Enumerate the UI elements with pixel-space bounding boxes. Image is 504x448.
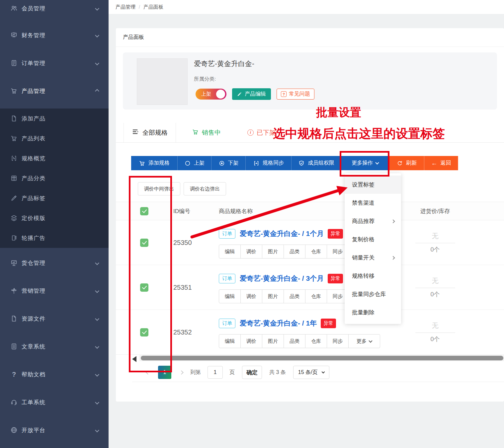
- breadcrumb-bar: 产品管理 / 产品面板: [109, 0, 504, 14]
- chevron-down-icon: [375, 161, 379, 164]
- product-category-label: 所属分类:: [194, 76, 216, 83]
- row-checkbox[interactable]: [140, 328, 148, 336]
- chevron-down-icon: [95, 344, 99, 349]
- row-action-category[interactable]: 品类: [284, 289, 305, 303]
- back-button[interactable]: ← 返回: [424, 156, 458, 170]
- horizontal-scrollbar[interactable]: [139, 355, 504, 361]
- total-count-label: 共 3 条: [269, 369, 286, 376]
- row-action-warehouse[interactable]: 仓库: [305, 334, 327, 348]
- product-spec-link[interactable]: 爱奇艺-黄金升白金- / 1个月: [240, 229, 324, 238]
- on-shelf-toggle[interactable]: 上架: [196, 89, 226, 100]
- tab-all-specs[interactable]: 全部规格: [124, 123, 176, 142]
- adjust-buttons-row: 调价中间弹出 调价右边弹出: [138, 182, 226, 195]
- sidebar-item-product-tag[interactable]: 产品标签: [0, 188, 109, 208]
- sidebar-item-order-management[interactable]: 订单管理: [0, 55, 109, 71]
- row-action-warehouse[interactable]: 仓库: [305, 289, 327, 303]
- row-checkbox[interactable]: [140, 239, 148, 247]
- row-action-adjust-price[interactable]: 调价: [240, 289, 262, 303]
- warehouse-icon: [10, 259, 18, 267]
- menu-item-batch-delete[interactable]: 批量删除: [345, 303, 401, 322]
- sidebar-item-ticket-system[interactable]: 工单系统: [0, 394, 109, 411]
- sidebar-item-label: 规格概览: [22, 155, 45, 162]
- confirm-page-button[interactable]: 确定: [242, 366, 262, 379]
- sidebar-item-label: 产品标签: [22, 194, 45, 202]
- sidebar-item-help-docs[interactable]: ? 帮助文档: [0, 366, 109, 383]
- page-unit-label: 页: [229, 369, 235, 376]
- breadcrumb-item-product-management[interactable]: 产品管理: [116, 4, 135, 10]
- row-action-image[interactable]: 图片: [262, 334, 284, 348]
- row-action-category[interactable]: 品类: [284, 334, 305, 348]
- sidebar-item-resource-files[interactable]: 资源文件: [0, 310, 109, 327]
- select-all-checkbox[interactable]: [140, 207, 148, 215]
- prev-page-icon[interactable]: [146, 370, 150, 375]
- scroll-left-arrow[interactable]: [132, 356, 136, 362]
- row-checkbox[interactable]: [140, 283, 148, 292]
- next-page-icon[interactable]: [179, 370, 184, 375]
- row-action-image[interactable]: 图片: [262, 245, 284, 259]
- brush-icon: [10, 194, 18, 202]
- sidebar-item-add-product[interactable]: 添加产品: [0, 109, 109, 128]
- sidebar-item-pricing-template[interactable]: 定价模版: [0, 208, 109, 228]
- current-page-button[interactable]: 1: [158, 366, 171, 379]
- off-shelf-button[interactable]: 下架: [211, 156, 246, 170]
- row-action-sync[interactable]: 同步: [327, 334, 349, 348]
- faq-button[interactable]: ? 常见问题: [277, 89, 314, 100]
- add-spec-button[interactable]: 添加规格: [131, 156, 178, 170]
- sidebar-item-warehouse-management[interactable]: 货仓管理: [0, 255, 109, 271]
- row-action-adjust-price[interactable]: 调价: [240, 245, 262, 259]
- menu-item-set-tag[interactable]: 设置标签: [345, 176, 401, 194]
- order-tag[interactable]: 订单: [219, 319, 235, 328]
- tab-on-sale[interactable]: 销售中: [183, 123, 229, 142]
- menu-item-spec-transfer[interactable]: 规格转移: [345, 267, 401, 285]
- scrollbar-thumb[interactable]: [141, 356, 503, 360]
- refresh-button[interactable]: 刷新: [389, 156, 424, 170]
- sidebar-item-finance-management[interactable]: 财务管理: [0, 27, 109, 43]
- row-action-image[interactable]: 图片: [262, 289, 284, 303]
- row-action-adjust-price[interactable]: 调价: [240, 334, 262, 348]
- toggle-knob: [216, 90, 225, 99]
- cart-icon: [10, 87, 18, 95]
- row-action-warehouse[interactable]: 仓库: [305, 245, 327, 259]
- purchase-price: 无: [432, 321, 439, 330]
- order-tag[interactable]: 订单: [219, 274, 235, 283]
- adjust-price-center-button[interactable]: 调价中间弹出: [138, 182, 180, 195]
- row-action-edit[interactable]: 编辑: [219, 289, 241, 303]
- product-spec-link[interactable]: 爱奇艺-黄金升白金- / 3个月: [240, 274, 324, 283]
- sidebar-item-product-management[interactable]: 产品管理: [0, 83, 109, 99]
- sidebar-item-carousel-ad[interactable]: 轮播广告: [0, 228, 109, 248]
- faq-label: 常见问题: [289, 91, 310, 98]
- product-name: 爱奇艺-黄金升白金-: [194, 59, 254, 68]
- sidebar-item-member-management[interactable]: 会员管理: [0, 0, 109, 17]
- adjust-price-right-button[interactable]: 调价右边弹出: [184, 182, 226, 195]
- on-shelf-button[interactable]: 上架: [178, 156, 211, 170]
- more-actions-button[interactable]: 更多操作: [341, 156, 389, 170]
- menu-item-batch-sync-warehouse[interactable]: 批量同步仓库: [345, 285, 401, 303]
- product-buttons-row: 上架 产品编辑 ? 常见问题: [196, 88, 314, 100]
- sidebar-item-article-system[interactable]: 文章系统: [0, 338, 109, 355]
- row-action-edit[interactable]: 编辑: [219, 245, 241, 259]
- sidebar-item-label: 会员管理: [22, 5, 45, 12]
- row-action-more[interactable]: 更多: [348, 334, 380, 348]
- row-action-category[interactable]: 品类: [284, 245, 305, 259]
- off-shelf-label: 下架: [228, 160, 239, 167]
- row-actions: 编辑 调价 图片 品类 仓库 同步 更多: [219, 334, 380, 348]
- sidebar-item-product-category[interactable]: 产品分类: [0, 168, 109, 188]
- product-spec-link[interactable]: 爱奇艺-黄金升白金- / 1年: [240, 319, 317, 328]
- menu-item-ban-channel[interactable]: 禁售渠道: [345, 194, 401, 212]
- sidebar-item-spec-overview[interactable]: 规格概览: [0, 148, 109, 168]
- order-tag[interactable]: 订单: [219, 229, 235, 239]
- page-number-input[interactable]: [208, 366, 223, 379]
- product-edit-button[interactable]: 产品编辑: [232, 88, 271, 100]
- sidebar-item-open-platform[interactable]: 开放平台: [0, 422, 109, 438]
- spec-sync-button[interactable]: 规格同步: [246, 156, 292, 170]
- per-page-select[interactable]: 15 条/页: [293, 366, 330, 379]
- menu-item-product-recommend[interactable]: 商品推荐: [345, 212, 401, 230]
- menu-item-sales-switch[interactable]: 销量开关: [345, 249, 401, 267]
- member-group-permission-button[interactable]: 成员组权限: [292, 156, 341, 170]
- circle-dot-icon: [218, 160, 225, 167]
- sidebar-item-product-list[interactable]: 产品列表: [0, 128, 109, 148]
- sidebar-item-marketing-management[interactable]: 营销管理: [0, 282, 109, 299]
- headset-icon: [10, 398, 18, 406]
- row-action-edit[interactable]: 编辑: [219, 334, 241, 348]
- menu-item-copy-price[interactable]: 复制价格: [345, 230, 401, 249]
